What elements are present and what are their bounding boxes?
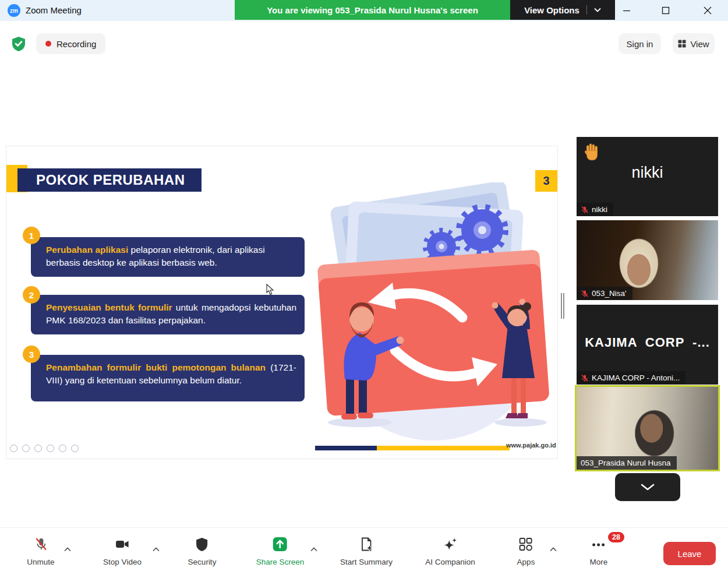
shared-screen-slide: POKOK PERUBAHAN 3 1 Perubahan aplikasi p… [6,146,558,459]
grid-view-icon [678,40,686,48]
mouse-cursor [266,284,274,298]
close-button[interactable] [694,0,721,21]
participant-label: 053_Prasida Nurul Husna [581,459,671,467]
participant-name-badge: nikki [577,203,613,216]
mic-muted-icon [581,290,589,298]
apps-grid-icon [518,536,533,552]
stop-video-label: Stop Video [103,558,142,566]
meeting-toolbar: Unmute Stop Video Security Share Screen … [0,527,728,578]
slide-footer-url: www.pajak.go.id [506,442,553,449]
sign-in-button[interactable]: Sign in [619,33,661,54]
footer-bar-yellow [377,446,510,450]
start-summary-button[interactable]: Start Summary [340,536,393,566]
ai-companion-label: AI Companion [425,558,475,566]
participant-tile-nisa[interactable]: 053_Nisa' [577,220,718,300]
item-number-1: 1 [23,227,40,244]
recording-label: Recording [56,39,96,49]
pen-icon [34,445,42,452]
item-number-3: 3 [23,346,40,363]
start-summary-label: Start Summary [340,558,393,566]
mic-muted-icon [33,536,48,552]
sign-in-label: Sign in [627,39,653,49]
participant-name-badge: KAJIMA CORP - Antoni... [577,371,685,385]
leave-button[interactable]: Leave [663,542,716,565]
view-options-label: View Options [524,5,579,15]
apps-button[interactable]: Apps [517,536,535,566]
slide-nav-icons [10,445,79,452]
unmute-button[interactable]: Unmute [27,536,54,566]
zoom-logo: zm [8,4,20,17]
notification-badge: 28 [608,532,624,542]
apps-label: Apps [517,558,535,566]
window-titlebar: zm Zoom Meeting You are viewing 053_Pras… [0,0,728,21]
zoom-icon [59,445,66,452]
participant-name-badge: 053_Prasida Nurul Husna [577,456,677,470]
audio-options-chevron[interactable] [64,544,71,554]
chevron-down-icon [641,484,655,491]
share-screen-label: Share Screen [256,558,305,566]
participant-tile-prasida-active-speaker[interactable]: 053_Prasida Nurul Husna [575,385,720,471]
item-number-2: 2 [23,286,40,304]
more-dots-icon [71,445,79,452]
view-label: View [690,39,709,49]
slide-item-3-highlight: Penambahan formulir bukti pemotongan bul… [46,362,266,372]
collapse-video-panel-button[interactable] [615,473,680,501]
chevron-down-icon [594,8,601,12]
participant-name-badge: 053_Nisa' [577,287,632,300]
participant-display-name: nikki [577,164,718,182]
security-label: Security [188,558,217,566]
more-button[interactable]: More [590,536,608,566]
view-layout-button[interactable]: View [673,33,715,54]
ai-companion-button[interactable]: AI Companion [425,536,475,566]
apps-options-chevron[interactable] [550,544,557,554]
next-icon [22,445,30,452]
slide-illustration [306,182,558,445]
ai-sparkle-icon [443,536,458,552]
window-title: Zoom Meeting [26,5,82,15]
maximize-button[interactable] [652,0,679,21]
minimize-icon [623,6,631,15]
participant-label: 053_Nisa' [592,289,627,298]
slide-title: POKOK PERUBAHAN [17,168,202,192]
screen-share-banner: You are viewing 053_Prasida Nurul Husna'… [235,0,510,20]
prev-icon [10,445,17,452]
meeting-header-bar: Recording Sign in View [0,21,728,62]
slide-item-1: Perubahan aplikasi pelaporan elektronik,… [31,237,305,277]
print-icon [47,445,54,452]
more-label: More [590,558,608,566]
mic-muted-icon [581,206,589,214]
share-screen-icon [273,536,288,552]
participant-display-name: KAJIMA CORP -... [577,335,718,350]
recording-indicator: Recording [36,33,105,54]
mic-muted-icon [581,374,589,382]
share-screen-button[interactable]: Share Screen [256,536,305,566]
slide-item-1-highlight: Perubahan aplikasi [46,245,128,255]
more-dots-icon [591,536,606,552]
summary-document-icon [359,536,374,552]
participant-tile-nikki[interactable]: nikki nikki [577,137,718,216]
recording-dot-icon [45,41,51,47]
participant-label: nikki [592,205,607,214]
video-options-chevron[interactable] [153,544,160,554]
maximize-icon [662,6,670,15]
encryption-shield-icon [10,36,27,52]
participant-tile-kajima[interactable]: KAJIMA CORP -... KAJIMA CORP - Antoni... [577,305,718,385]
shield-icon [195,536,210,552]
panel-resize-handle[interactable] [561,293,564,319]
slide-item-2: Penyesuaian bentuk formulir untuk mengad… [31,295,305,334]
security-button[interactable]: Security [188,536,217,566]
footer-bar-navy [315,446,377,450]
slide-item-2-highlight: Penyesuaian bentuk formulir [46,302,172,312]
raised-hand-icon [584,142,600,163]
leave-label: Leave [678,549,702,559]
slide-item-3: Penambahan formulir bukti pemotongan bul… [31,355,305,401]
stop-video-button[interactable]: Stop Video [103,536,142,566]
divider [586,5,587,15]
share-options-chevron[interactable] [310,544,317,554]
participant-label: KAJIMA CORP - Antoni... [592,373,680,382]
view-options-button[interactable]: View Options [510,0,615,20]
minimize-button[interactable] [613,0,640,21]
unmute-label: Unmute [27,558,54,566]
close-icon [704,6,712,15]
video-camera-icon [115,536,130,552]
